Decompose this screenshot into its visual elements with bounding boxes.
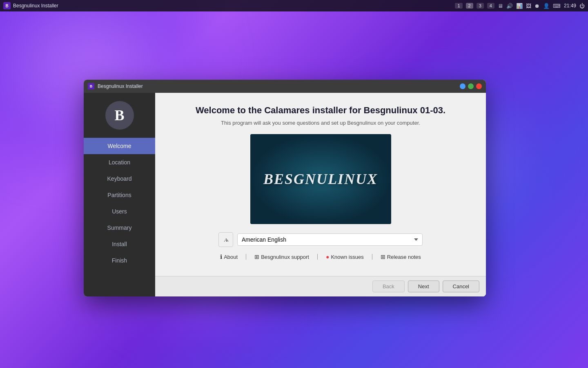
sidebar-item-users[interactable]: Users <box>84 203 155 220</box>
next-button[interactable]: Next <box>408 280 439 292</box>
close-button[interactable] <box>476 83 482 89</box>
keyboard-icon: ⌨ <box>553 3 561 9</box>
welcome-subtitle: This program will ask you some questions… <box>221 120 420 126</box>
back-button[interactable]: Back <box>372 280 405 292</box>
language-icon: A A <box>218 232 233 247</box>
sidebar-item-install[interactable]: Install <box>84 236 155 252</box>
language-select[interactable]: American English <box>237 233 423 246</box>
footer-bar: Back Next Cancel <box>155 276 486 296</box>
window-title: Besgnulinux Installer <box>98 83 460 89</box>
bottom-links: ℹ About ⊞ Besgnulinux support ● Known is… <box>220 254 421 260</box>
known-issues-icon: ● <box>326 254 329 260</box>
window-body: B Welcome Location Keyboard Partitions U… <box>84 93 486 296</box>
sidebar-item-summary[interactable]: Summary <box>84 220 155 236</box>
taskbar-time: 21:49 <box>564 3 576 9</box>
sidebar-nav: Welcome Location Keyboard Partitions Use… <box>84 138 155 269</box>
volume-icon: 🔊 <box>506 3 513 9</box>
release-notes-link[interactable]: ⊞ Release notes <box>381 254 421 260</box>
sidebar-item-finish[interactable]: Finish <box>84 252 155 269</box>
release-notes-icon: ⊞ <box>381 254 385 260</box>
taskbar: B Besgnulinux Installer 1 2 3 4 🖥 🔊 📊 🖼 … <box>0 0 588 11</box>
sidebar-item-keyboard[interactable]: Keyboard <box>84 171 155 187</box>
known-issues-link[interactable]: ● Known issues <box>326 254 364 260</box>
cancel-button[interactable]: Cancel <box>443 280 479 292</box>
chart-icon: 📊 <box>516 3 523 9</box>
taskbar-workspace-3[interactable]: 3 <box>477 3 484 9</box>
about-icon: ℹ <box>220 254 222 260</box>
sidebar-item-location[interactable]: Location <box>84 154 155 171</box>
monitor-icon: 🖥 <box>498 3 503 9</box>
power-icon[interactable]: ⏻ <box>579 3 585 9</box>
support-link[interactable]: ⊞ Besgnulinux support <box>254 254 309 260</box>
image-icon: 🖼 <box>526 3 531 9</box>
title-bar: B Besgnulinux Installer <box>84 80 486 93</box>
support-icon: ⊞ <box>254 254 259 260</box>
distro-logo-image: BESGNULINUX <box>250 134 391 224</box>
maximize-button[interactable] <box>468 83 474 89</box>
title-bar-app-icon: B <box>88 83 94 90</box>
svg-text:A: A <box>226 239 229 242</box>
main-content: Welcome to the Calamares installer for B… <box>155 93 486 296</box>
language-row: A A American English <box>218 232 423 247</box>
taskbar-workspace-2[interactable]: 2 <box>466 3 473 9</box>
taskbar-workspace-4[interactable]: 4 <box>487 3 494 9</box>
welcome-title: Welcome to the Calamares installer for B… <box>196 105 445 116</box>
sidebar-item-welcome[interactable]: Welcome <box>84 138 155 154</box>
window-controls <box>460 83 482 89</box>
distro-logo-text: BESGNULINUX <box>263 171 378 188</box>
sidebar-logo: B <box>105 101 134 130</box>
minimize-button[interactable] <box>460 83 466 89</box>
record-icon: ⏺ <box>535 3 540 9</box>
user-icon: 👤 <box>543 3 550 9</box>
content-area: Welcome to the Calamares installer for B… <box>155 93 486 276</box>
taskbar-workspace-1[interactable]: 1 <box>455 3 462 9</box>
sidebar: B Welcome Location Keyboard Partitions U… <box>84 93 155 296</box>
taskbar-app-name: Besgnulinux Installer <box>13 3 58 9</box>
taskbar-app-icon: B <box>3 2 11 9</box>
link-separator-1 <box>246 254 246 260</box>
sidebar-item-partitions[interactable]: Partitions <box>84 187 155 203</box>
link-separator-2 <box>317 254 318 260</box>
installer-window: B Besgnulinux Installer B Welcome Locati… <box>84 80 486 296</box>
link-separator-3 <box>372 254 372 260</box>
about-link[interactable]: ℹ About <box>220 254 238 260</box>
